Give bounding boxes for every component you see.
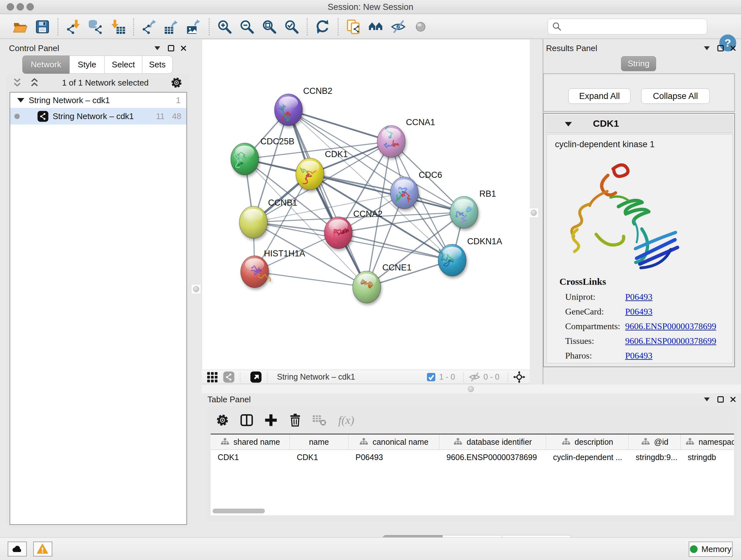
hidden-eye-slash-icon[interactable] <box>469 371 480 383</box>
crosslink-link[interactable]: P06493 <box>625 292 653 302</box>
crosslink-row: Pharos: P06493 <box>565 348 730 363</box>
table-row[interactable]: CDK1CDK1P064939606.ENSP00000378699cyclin… <box>211 450 734 464</box>
cloud-button[interactable] <box>8 542 27 557</box>
network-edge-HIST1H1A-CCNE1[interactable] <box>255 272 367 287</box>
table-cell[interactable]: stringdb <box>681 450 734 464</box>
import-network-from-file-icon[interactable] <box>65 18 82 35</box>
panel-close-icon[interactable] <box>730 45 737 52</box>
network-node-CCNE1[interactable] <box>353 271 381 303</box>
column-header-namespace[interactable]: namespace <box>681 435 734 449</box>
search-input[interactable] <box>548 18 707 35</box>
expand-all-button[interactable]: Expand All <box>568 88 630 104</box>
panel-close-icon[interactable] <box>730 396 737 403</box>
network-row[interactable]: String Network – cdk1 11 48 <box>10 108 186 125</box>
network-node-CDK1[interactable] <box>296 158 324 190</box>
birds-eye-crosshair-icon[interactable] <box>513 371 525 383</box>
table-cell[interactable]: stringdb:9... <box>629 450 681 464</box>
add-column-icon[interactable] <box>264 413 278 428</box>
panel-close-icon[interactable] <box>180 45 187 52</box>
memory-button[interactable]: Memory <box>689 542 733 557</box>
left-splitter-handle[interactable] <box>191 284 201 294</box>
table-cell[interactable]: CDK1 <box>211 450 290 464</box>
collapse-all-networks-icon[interactable] <box>11 77 23 88</box>
import-network-from-database-icon[interactable] <box>87 18 104 35</box>
zoom-in-icon[interactable] <box>216 18 233 35</box>
panel-float-icon[interactable] <box>168 45 174 51</box>
export-table-icon[interactable] <box>163 18 180 35</box>
network-canvas[interactable]: CCNB2CCNA1CDC25BCDK1CDC6RB1CCNB1CCNA2CDK… <box>202 40 530 370</box>
column-header-database-identifier[interactable]: database identifier <box>440 435 546 449</box>
node-count: 11 <box>148 111 165 121</box>
network-node-CDC6[interactable] <box>390 177 418 209</box>
crosslink-link[interactable]: P06493 <box>625 307 653 317</box>
open-session-icon[interactable] <box>12 18 28 35</box>
warnings-button[interactable] <box>33 542 52 557</box>
network-node-CDKN1A[interactable] <box>438 244 466 276</box>
collection-expander-icon[interactable] <box>17 98 24 103</box>
right-splitter-handle[interactable] <box>529 208 539 218</box>
detach-view-icon[interactable] <box>250 371 262 383</box>
table-settings-gear-icon[interactable] <box>215 413 230 428</box>
tab-select[interactable]: Select <box>105 56 142 74</box>
tree-hierarchy-icon <box>359 437 368 447</box>
collapse-entry-icon[interactable] <box>565 122 572 126</box>
panel-float-icon[interactable] <box>718 396 724 402</box>
selected-checkbox-icon[interactable] <box>426 372 436 382</box>
column-header--id[interactable]: @id <box>629 435 681 449</box>
crosslink-link[interactable]: P06493 <box>625 351 653 361</box>
import-table-from-file-icon[interactable] <box>110 18 126 35</box>
grid-view-icon[interactable] <box>206 371 218 383</box>
panel-menu-icon[interactable] <box>154 46 160 50</box>
network-edge-CCNB2-CCNA1[interactable] <box>288 110 391 141</box>
column-header-canonical-name[interactable]: canonical name <box>348 435 440 449</box>
tab-string[interactable]: String <box>621 56 656 71</box>
hide-selected-icon[interactable] <box>390 18 407 35</box>
clone-network-icon[interactable] <box>345 18 362 35</box>
control-panel-title: Control Panel <box>9 44 59 53</box>
network-overview-icon[interactable] <box>367 18 384 35</box>
column-header-name[interactable]: name <box>290 435 348 449</box>
tab-sets[interactable]: Sets <box>142 56 173 74</box>
table-cell[interactable]: P06493 <box>348 450 440 464</box>
network-node-CCNB2[interactable] <box>274 94 302 126</box>
network-collection-row[interactable]: String Network – cdk1 1 <box>10 92 186 108</box>
bottom-splitter-handle[interactable] <box>466 384 476 394</box>
network-node-CCNA1[interactable] <box>377 125 405 158</box>
panel-menu-icon[interactable] <box>704 397 710 401</box>
table-horizontal-scrollbar[interactable] <box>212 509 265 513</box>
tab-network[interactable]: Network <box>22 56 70 74</box>
graphics-details-icon[interactable] <box>412 18 429 35</box>
table-cell[interactable]: cyclin-dependent ... <box>546 450 629 464</box>
export-network-icon[interactable] <box>141 18 157 35</box>
save-session-icon[interactable] <box>34 18 51 35</box>
expand-all-networks-icon[interactable] <box>28 77 41 88</box>
table-cell[interactable]: CDK1 <box>290 450 348 464</box>
gene-header-row[interactable]: CDK1 <box>545 115 733 133</box>
zoom-fit-content-icon[interactable] <box>261 18 278 35</box>
network-node-HIST1H1A[interactable] <box>241 256 270 288</box>
column-header-description[interactable]: description <box>546 435 629 449</box>
network-badge-gray-icon[interactable] <box>223 371 235 383</box>
network-node-CCNB1[interactable] <box>239 206 267 238</box>
zoom-out-icon[interactable] <box>239 18 255 35</box>
network-node-CCNA2[interactable] <box>324 217 352 249</box>
show-columns-icon[interactable] <box>239 413 254 428</box>
update-network-icon[interactable] <box>314 18 331 35</box>
export-image-icon[interactable] <box>185 18 202 35</box>
node-label-CCNB2: CCNB2 <box>303 86 333 96</box>
crosslink-label: Tissues: <box>565 336 625 346</box>
network-edge-CCNB2-CCNE1[interactable] <box>288 110 367 287</box>
network-node-CDC25B[interactable] <box>231 143 259 175</box>
network-options-gear-icon[interactable] <box>170 76 183 89</box>
zoom-selected-icon[interactable] <box>283 18 300 35</box>
tab-style[interactable]: Style <box>70 56 105 74</box>
panel-menu-icon[interactable] <box>704 46 710 50</box>
network-node-RB1[interactable] <box>450 196 478 228</box>
table-cell[interactable]: 9606.ENSP00000378699 <box>440 450 546 464</box>
panel-float-icon[interactable] <box>718 45 724 51</box>
column-header-shared-name[interactable]: shared name <box>211 435 290 449</box>
crosslink-link[interactable]: 9606.ENSP00000378699 <box>625 336 716 346</box>
delete-column-icon[interactable] <box>288 413 302 428</box>
crosslink-link[interactable]: 9606.ENSP00000378699 <box>625 321 716 331</box>
collapse-all-button[interactable]: Collapse All <box>641 88 710 104</box>
